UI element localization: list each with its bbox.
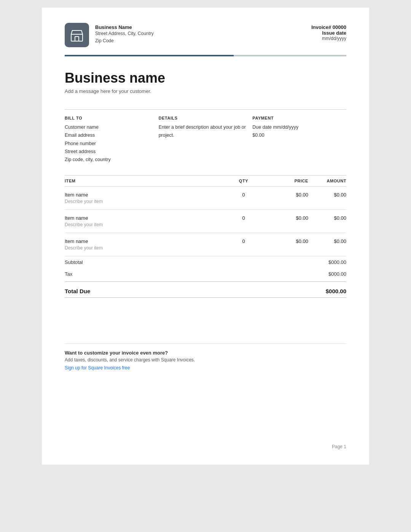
invoice-number: Invoice# 00000 [311,24,346,30]
invoice-header: Business Name Street Address, City, Coun… [65,23,346,47]
payment-content: Due date mm/dd/yyyy $0.00 [252,123,346,140]
info-section: BILL TO Customer name Email address Phon… [65,109,346,164]
details-col: DETAILS Enter a brief description about … [159,116,253,164]
item-rows-container: Item name Describe your item 0 $0.00 $0.… [65,187,346,256]
total-due-label: Total Due [65,288,90,294]
item-desc-1: Describe your item [65,222,225,227]
bill-to-col: BILL TO Customer name Email address Phon… [65,116,159,164]
tax-row: Tax $000.00 [65,268,346,280]
footer: Want to customize your invoice even more… [65,343,346,371]
invoice-meta: Invoice# 00000 Issue date mm/dd/yyyy [311,23,346,41]
customer-message: Add a message here for your customer. [65,88,346,94]
svg-rect-0 [71,34,83,41]
issue-date-value: mm/dd/yyyy [311,36,346,41]
col-item-label: ITEM [65,179,225,183]
item-desc-0: Describe your item [65,199,225,204]
customer-street: Street address [65,148,159,156]
item-qty-2: 0 [225,238,263,244]
customer-name: Customer name [65,123,159,131]
table-row: Item name Describe your item 0 $0.00 $0.… [65,233,346,256]
payment-due-date: Due date mm/dd/yyyy [252,123,346,131]
svg-rect-1 [75,37,79,41]
item-name-2: Item name [65,238,225,244]
item-amount-0: $0.00 [308,192,346,198]
item-desc-2: Describe your item [65,245,225,251]
details-description: Enter a brief description about your job… [159,123,253,140]
footer-promo-desc: Add taxes, discounts, and service charge… [65,357,346,363]
business-logo [65,23,89,47]
issue-date-label: Issue date [311,30,346,36]
col-amount-label: AMOUNT [308,179,346,183]
table-row: Item name Describe your item 0 $0.00 $0.… [65,187,346,210]
bill-to-header: BILL TO [65,116,159,120]
business-section: Business name Add a message here for you… [65,70,346,94]
item-amount-1: $0.00 [308,215,346,221]
page-number: Page 1 [332,444,346,449]
item-info-1: Item name Describe your item [65,215,225,227]
item-info-0: Item name Describe your item [65,192,225,204]
business-address-line2: Zip Code [95,37,154,45]
customer-zip: Zip code, city, country [65,156,159,164]
header-divider [65,55,346,56]
customer-phone: Phone number [65,140,159,148]
tax-label: Tax [65,271,72,277]
col-price-label: PRICE [263,179,308,183]
item-name-0: Item name [65,192,225,198]
store-icon [69,27,84,43]
item-name-1: Item name [65,215,225,221]
business-name-header: Business Name [95,24,154,30]
table-header-row: ITEM QTY PRICE AMOUNT [65,175,346,187]
item-qty-0: 0 [225,192,263,198]
item-qty-1: 0 [225,215,263,221]
item-price-1: $0.00 [263,215,308,221]
payment-header: PAYMENT [252,116,346,120]
subtotals-section: Subtotal $000.00 Tax $000.00 Total Due $… [65,256,346,298]
footer-signup-link[interactable]: Sign up for Square Invoices free [65,365,130,371]
subtotal-label: Subtotal [65,259,83,265]
table-row: Item name Describe your item 0 $0.00 $0.… [65,210,346,233]
payment-amount: $0.00 [252,131,346,139]
business-address-line1: Street Address, City, Country [95,30,154,37]
subtotal-row: Subtotal $000.00 [65,256,346,268]
col-qty-label: QTY [225,179,263,183]
total-row: Total Due $000.00 [65,283,346,298]
item-amount-2: $0.00 [308,238,346,244]
header-left: Business Name Street Address, City, Coun… [65,23,154,47]
business-contact-info: Business Name Street Address, City, Coun… [95,23,154,45]
big-business-name: Business name [65,70,346,86]
item-info-2: Item name Describe your item [65,238,225,251]
invoice-page: Business Name Street Address, City, Coun… [42,8,369,465]
item-price-0: $0.00 [263,192,308,198]
total-due-value: $000.00 [326,288,346,294]
subtotal-value: $000.00 [328,259,346,265]
footer-promo-title: Want to customize your invoice even more… [65,350,346,356]
bill-to-content: Customer name Email address Phone number… [65,123,159,164]
items-table: ITEM QTY PRICE AMOUNT Item name Describe… [65,175,346,298]
details-header: DETAILS [159,116,253,120]
customer-email: Email address [65,131,159,139]
total-divider [65,281,346,282]
payment-col: PAYMENT Due date mm/dd/yyyy $0.00 [252,116,346,164]
tax-value: $000.00 [328,271,346,277]
item-price-2: $0.00 [263,238,308,244]
